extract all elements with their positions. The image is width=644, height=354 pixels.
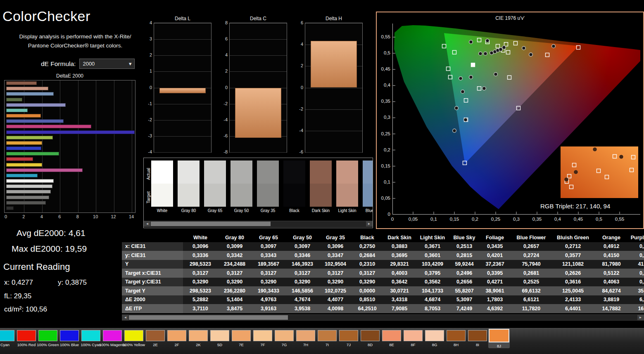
patch-button-8g[interactable]: 8G (424, 330, 445, 348)
row-label: Target Y (122, 286, 183, 295)
patch-button-2k[interactable]: 2K (188, 330, 209, 348)
table-cell: 0,3099 (218, 242, 252, 251)
patch-button-100-yellow[interactable]: 100% Yellow (123, 330, 145, 348)
y-tick-label: -8 (217, 149, 228, 154)
table-cell: 0,3290 (319, 278, 352, 287)
swatch-strip-scrollbar[interactable]: ◄ ► (144, 221, 373, 227)
table-scroll-left-arrow[interactable]: ◄ (122, 315, 128, 320)
patch-label: 7H (303, 342, 308, 347)
description-line-1: Display analysis is performed with the X… (19, 33, 131, 40)
table-cell: 0,1937 (629, 269, 644, 278)
table-row: Y298,5323234,2488189,3567146,3923102,950… (122, 260, 644, 269)
scroll-left-arrow[interactable]: ◄ (144, 221, 150, 227)
patch-swatch (167, 330, 186, 341)
patch-button-8h[interactable]: 8H (445, 330, 467, 348)
plot-area (229, 23, 287, 153)
patch-button-7e[interactable]: 7E (231, 330, 252, 348)
grid-line (230, 152, 287, 153)
table-cell: 0,3795 (416, 269, 449, 278)
patch-button-5d[interactable]: 5D (209, 330, 231, 348)
grid-line (114, 80, 114, 212)
table-cell: 146,3923 (285, 260, 319, 269)
table-cell: 3,8819 (594, 295, 629, 304)
grid-line (132, 80, 132, 212)
patch-button-7g[interactable]: 7G (273, 330, 295, 348)
de-bar-blue (6, 146, 41, 150)
measured-point (482, 87, 486, 90)
patch-button-7j[interactable]: 7J (338, 330, 359, 348)
swatch-gray-65 (204, 160, 226, 207)
patch-swatch (489, 329, 509, 342)
patch-button-100-blue[interactable]: 100% Blue (59, 330, 80, 348)
patch-button-7h[interactable]: 7H (295, 330, 316, 348)
patch-swatch (382, 330, 401, 341)
scroll-right-arrow[interactable]: ► (366, 221, 372, 227)
table-cell: 4,6874 (416, 295, 449, 304)
patch-button-100-green[interactable]: 100% Green (37, 330, 59, 348)
u-tick-label: 0,15 (447, 217, 461, 222)
patch-button-100-cyan[interactable]: 100% Cyan (80, 330, 102, 348)
target-swatch (310, 184, 332, 207)
table-cell: 5,3097 (449, 295, 480, 304)
table-cell: 0,3347 (319, 251, 352, 260)
patch-button-cyan[interactable]: Cyan (0, 330, 16, 348)
patch-swatch (253, 330, 272, 341)
x-tick-label: 4 (38, 214, 46, 219)
table-cell: 102,9504 (319, 260, 352, 269)
table-scrollbar-thumb[interactable] (129, 315, 288, 320)
patch-swatch (210, 330, 229, 341)
actual-swatch (204, 160, 226, 184)
patch-button-7i[interactable]: 7I (316, 330, 338, 348)
patch-button-8j[interactable]: 8J (488, 330, 510, 348)
column-header: Bluish Green (552, 233, 594, 242)
patch-button-8i[interactable]: 8I (467, 330, 488, 348)
table-cell: 4,6392 (480, 304, 510, 313)
table-cell: 0,2684 (352, 251, 383, 260)
patch-button-100-red[interactable]: 100% Red (16, 330, 37, 348)
row-label: ΔE 2000 (122, 295, 183, 304)
v-tick-label: 0,55 (377, 34, 390, 39)
v-tick-label: 0,1 (377, 179, 390, 184)
patch-button-2e[interactable]: 2E (145, 330, 166, 348)
measured-point (469, 40, 473, 44)
patch-button-100-magenta[interactable]: 100% Magenta (102, 330, 123, 348)
table-row: Target x:CIE310,31270,31270,31270,31270,… (122, 269, 644, 278)
table-cell: 0,3127 (252, 269, 285, 278)
table-cell: 0,4912 (594, 242, 629, 251)
measured-point (529, 53, 533, 57)
page-title: ColorChecker (2, 8, 90, 24)
rgb-triplet-readout: RGB Triplet: 217, 140, 94 (540, 203, 610, 210)
patch-button-7f[interactable]: 7F (252, 330, 273, 348)
table-cell: 0,3346 (285, 251, 319, 260)
patch-label: 8G (432, 342, 437, 347)
patch-swatch (339, 330, 358, 341)
u-tick-label: 0,1 (427, 217, 441, 222)
table-cell: 29,8321 (383, 260, 416, 269)
grid-line (154, 104, 211, 104)
table-scroll-right-arrow[interactable]: ► (637, 315, 644, 320)
y-tick-label: 0 (292, 85, 303, 90)
de-formula-select[interactable]: 2000 ▾ (79, 59, 135, 69)
table-cell: 14,7882 (594, 304, 629, 313)
table-cell: 4,4077 (319, 295, 352, 304)
scrollbar-thumb[interactable] (151, 222, 271, 226)
u-tick-label: 0,35 (530, 217, 544, 222)
v-tick-label: 0,05 (377, 196, 390, 201)
swatch-blue-sky (363, 160, 373, 207)
patch-button-8d[interactable]: 8D (359, 330, 381, 348)
table-header-row: WhiteGray 80Gray 65Gray 50Gray 35BlackDa… (122, 233, 644, 242)
chevron-down-icon: ▾ (129, 61, 132, 67)
patch-button-8f[interactable]: 8F (402, 330, 424, 348)
patch-label: 8H (454, 342, 459, 347)
target-row-label: Target (146, 191, 151, 203)
grid-line (305, 109, 362, 110)
patch-button-8e[interactable]: 8E (381, 330, 402, 348)
table-row: y: CIE310,33360,33420,33430,33460,33470,… (122, 251, 644, 260)
patch-button-2f[interactable]: 2F (166, 330, 188, 348)
patch-swatch (296, 330, 315, 341)
swatch-label: Dark Skin (310, 208, 332, 213)
patch-toolbar: Cyan100% Red100% Green100% Blue100% Cyan… (0, 328, 644, 354)
table-scrollbar[interactable]: ◄ ► (122, 314, 644, 321)
table-cell: 59,9244 (449, 260, 480, 269)
table-cell: 7,4249 (449, 304, 480, 313)
